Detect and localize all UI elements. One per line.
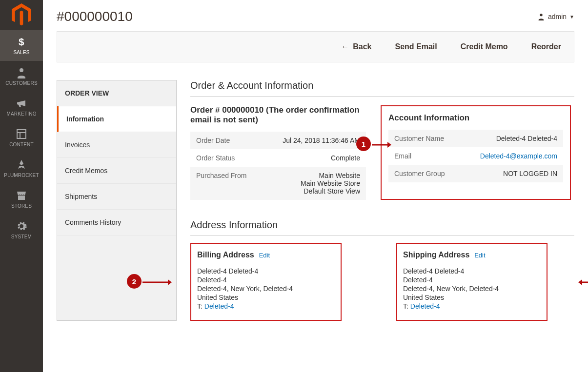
shipping-title: Shipping Address — [403, 251, 469, 259]
tab-credit-memos[interactable]: Credit Memos — [57, 158, 176, 184]
nav-stores[interactable]: STORES — [0, 184, 43, 215]
rocket-icon — [16, 159, 27, 171]
tab-comments-history[interactable]: Comments History — [57, 210, 176, 235]
back-label: Back — [353, 42, 371, 51]
person-icon — [16, 67, 27, 78]
nav-label: STORES — [11, 203, 32, 209]
nav-label: MARKETING — [6, 111, 36, 117]
kv-value: Jul 24, 2018 11:36:46 AM — [283, 137, 360, 144]
user-icon — [537, 13, 545, 20]
svg-text:$: $ — [19, 37, 24, 47]
kv-value: NOT LOGGED IN — [503, 170, 557, 177]
annotation-arrow-icon — [142, 279, 172, 286]
addr-line: Deleted-4, New York, Deleted-4 — [197, 285, 335, 293]
addr-line: Deleted-4 Deleted-4 — [403, 267, 541, 275]
addr-phone: T: Deleted-4 — [403, 302, 541, 310]
megaphone-icon — [16, 98, 27, 109]
account-subheading: Account Information — [388, 113, 563, 123]
kv-value: Complete — [331, 154, 360, 162]
billing-address-box: Billing Address Edit Deleted-4 Deleted-4… — [190, 243, 342, 321]
phone-prefix: T: — [403, 302, 410, 310]
svg-marker-11 — [578, 279, 582, 285]
tab-shipments[interactable]: Shipments — [57, 184, 176, 210]
customer-email-link[interactable]: Deleted-4@example.com — [480, 152, 557, 160]
nav-label: SYSTEM — [11, 234, 32, 239]
kv-label: Customer Group — [394, 170, 445, 177]
credit-memo-button[interactable]: Credit Memo — [461, 42, 508, 51]
section-address-title: Address Information — [190, 219, 574, 236]
account-username: admin — [548, 13, 567, 20]
order-info-table: Order Date Jul 24, 2018 11:36:46 AM Orde… — [190, 132, 366, 200]
nav-content[interactable]: CONTENT — [0, 122, 43, 153]
kv-label: Order Date — [196, 137, 230, 144]
annotation-badge-2: 2 — [127, 274, 142, 289]
nav-label: SALES — [13, 50, 29, 55]
billing-edit-link[interactable]: Edit — [259, 252, 270, 259]
account-menu[interactable]: admin ▼ — [537, 13, 574, 20]
layout-icon — [16, 128, 27, 140]
kv-value: Deleted-4 Deleted-4 — [496, 135, 557, 142]
nav-label: CUSTOMERS — [5, 80, 38, 86]
svg-marker-9 — [168, 279, 172, 285]
addr-line: Deleted-4 — [197, 276, 335, 284]
nav-customers[interactable]: CUSTOMERS — [0, 61, 43, 92]
nav-marketing[interactable]: MARKETING — [0, 92, 43, 122]
reorder-button[interactable]: Reorder — [531, 42, 561, 51]
arrow-left-icon: ← — [341, 42, 349, 51]
nav-label: CONTENT — [9, 142, 34, 147]
send-email-button[interactable]: Send Email — [395, 42, 437, 51]
action-bar: ← Back Send Email Credit Memo Reorder — [57, 31, 574, 62]
kv-label: Order Status — [196, 154, 235, 162]
nav-system[interactable]: SYSTEM — [0, 215, 43, 245]
nav-plumrocket[interactable]: PLUMROCKET — [0, 153, 43, 184]
addr-line: Deleted-4 — [403, 276, 541, 284]
admin-sidenav: $ SALES CUSTOMERS MARKETING CONTENT PLUM… — [0, 0, 43, 372]
billing-title: Billing Address — [197, 251, 254, 259]
annotation-badge-1: 1 — [356, 137, 371, 151]
svg-point-1 — [20, 68, 23, 72]
shipping-edit-link[interactable]: Edit — [474, 252, 485, 259]
account-info-box: Account Information Customer Name Delete… — [381, 105, 571, 200]
addr-phone: T: Deleted-4 — [197, 302, 335, 310]
addr-line: United States — [403, 294, 541, 301]
addr-line: Deleted-4, New York, Deleted-4 — [403, 285, 541, 293]
section-order-account-title: Order & Account Information — [190, 80, 574, 97]
billing-phone-link[interactable]: Deleted-4 — [204, 302, 234, 310]
svg-point-5 — [540, 14, 542, 16]
kv-label: Email — [394, 152, 411, 160]
tab-invoices[interactable]: Invoices — [57, 132, 176, 158]
svg-marker-7 — [387, 142, 391, 148]
annotation-arrow-icon — [372, 141, 391, 148]
kv-label: Purchased From — [196, 172, 246, 195]
account-info-table: Customer Name Deleted-4 Deleted-4 Email … — [388, 130, 563, 182]
store-icon — [16, 190, 27, 201]
magento-logo-icon — [12, 5, 31, 24]
order-subheading: Order # 000000010 (The order confirmatio… — [190, 105, 366, 125]
shipping-phone-link[interactable]: Deleted-4 — [410, 302, 440, 310]
page-title: #000000010 — [57, 9, 133, 24]
svg-rect-2 — [17, 130, 26, 138]
nav-label: PLUMROCKET — [4, 173, 39, 178]
dollar-icon: $ — [16, 36, 27, 48]
addr-line: Deleted-4 Deleted-4 — [197, 267, 335, 275]
gear-icon — [16, 220, 27, 232]
kv-label: Customer Name — [394, 135, 444, 142]
annotation-arrow-icon — [578, 279, 588, 286]
shipping-address-box: Shipping Address Edit Deleted-4 Deleted-… — [396, 243, 547, 321]
back-button[interactable]: ← Back — [341, 42, 371, 51]
kv-value: Main Website Main Website Store Default … — [301, 172, 360, 195]
order-view-heading: ORDER VIEW — [57, 80, 176, 106]
chevron-down-icon: ▼ — [569, 14, 574, 20]
addr-line: United States — [197, 294, 335, 301]
nav-sales[interactable]: $ SALES — [0, 30, 43, 61]
phone-prefix: T: — [197, 302, 204, 310]
tab-information[interactable]: Information — [57, 106, 176, 132]
